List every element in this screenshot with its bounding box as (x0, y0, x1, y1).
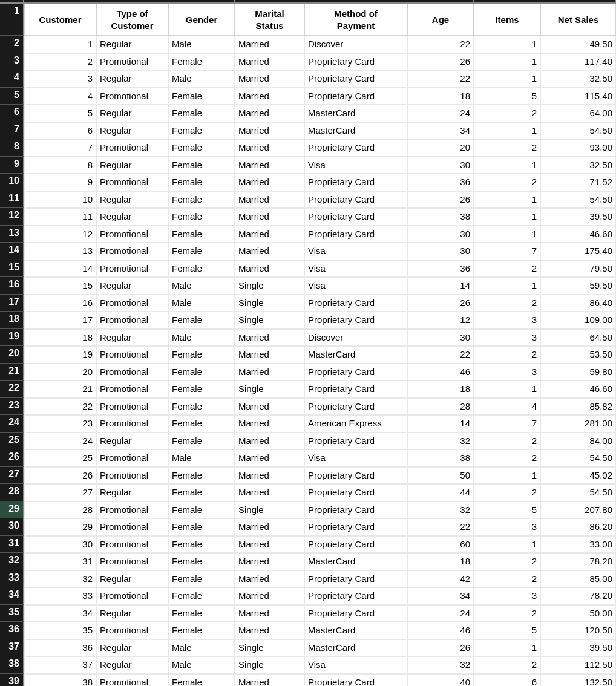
cell-gender[interactable]: Female (168, 518, 235, 536)
table-header[interactable]: Method of Payment (304, 4, 407, 36)
cell-age[interactable]: 38 (407, 449, 474, 467)
cell-marital[interactable]: Single (235, 277, 304, 295)
row-header[interactable]: 9 (0, 157, 24, 174)
cell-customer[interactable]: 12 (24, 226, 96, 243)
table-header[interactable]: Gender (168, 4, 235, 36)
cell-gender[interactable]: Female (168, 381, 235, 398)
row-header[interactable]: 7 (0, 122, 24, 140)
cell-payment[interactable]: Proprietary Card (304, 53, 407, 71)
cell-items[interactable]: 1 (474, 53, 540, 71)
cell-age[interactable]: 28 (407, 398, 474, 416)
cell-payment[interactable]: Proprietary Card (304, 88, 407, 105)
cell-gender[interactable]: Male (168, 277, 235, 295)
cell-net-sales[interactable]: 281.00 (540, 415, 616, 433)
cell-marital[interactable]: Married (235, 70, 304, 88)
cell-age[interactable]: 38 (407, 208, 474, 226)
cell-payment[interactable]: Proprietary Card (304, 467, 407, 485)
cell-payment[interactable]: Proprietary Card (304, 139, 407, 157)
cell-net-sales[interactable]: 115.40 (540, 88, 616, 105)
cell-payment[interactable]: Visa (304, 260, 407, 278)
cell-marital[interactable]: Married (235, 122, 304, 140)
cell-gender[interactable]: Female (168, 122, 235, 140)
cell-payment[interactable]: Discover (304, 329, 407, 347)
cell-net-sales[interactable]: 78.20 (540, 553, 616, 570)
cell-payment[interactable]: Proprietary Card (304, 364, 407, 381)
cell-net-sales[interactable]: 175.40 (540, 243, 616, 260)
cell-customer[interactable]: 25 (24, 449, 96, 467)
row-header[interactable]: 6 (0, 105, 24, 122)
cell-gender[interactable]: Female (168, 467, 235, 485)
cell-customer[interactable]: 2 (24, 53, 96, 71)
cell-net-sales[interactable]: 54.50 (540, 484, 616, 501)
cell-customer[interactable]: 10 (24, 191, 96, 209)
cell-marital[interactable]: Married (235, 536, 304, 554)
table-header[interactable]: Age (407, 4, 474, 36)
cell-customer[interactable]: 1 (24, 36, 96, 53)
cell-customer[interactable]: 20 (24, 364, 96, 381)
cell-net-sales[interactable]: 85.82 (540, 398, 616, 416)
cell-type[interactable]: Regular (96, 157, 168, 174)
cell-type[interactable]: Promotional (96, 553, 168, 570)
cell-age[interactable]: 30 (407, 329, 474, 347)
cell-marital[interactable]: Married (235, 88, 304, 105)
cell-customer[interactable]: 15 (24, 277, 96, 295)
cell-payment[interactable]: Proprietary Card (304, 501, 407, 519)
cell-items[interactable]: 2 (474, 105, 540, 122)
cell-marital[interactable]: Married (235, 105, 304, 122)
cell-net-sales[interactable]: 78.20 (540, 587, 616, 605)
cell-payment[interactable]: Proprietary Card (304, 433, 407, 450)
cell-items[interactable]: 1 (474, 70, 540, 88)
cell-age[interactable]: 44 (407, 484, 474, 501)
cell-marital[interactable]: Married (235, 449, 304, 467)
row-header[interactable]: 22 (0, 381, 24, 398)
cell-age[interactable]: 14 (407, 415, 474, 433)
cell-gender[interactable]: Female (168, 553, 235, 570)
cell-payment[interactable]: Proprietary Card (304, 191, 407, 209)
cell-gender[interactable]: Female (168, 260, 235, 278)
cell-items[interactable]: 2 (474, 139, 540, 157)
cell-type[interactable]: Regular (96, 605, 168, 622)
cell-customer[interactable]: 23 (24, 415, 96, 433)
cell-age[interactable]: 24 (407, 605, 474, 622)
cell-payment[interactable]: Proprietary Card (304, 605, 407, 622)
cell-gender[interactable]: Male (168, 36, 235, 53)
cell-marital[interactable]: Single (235, 295, 304, 312)
cell-gender[interactable]: Male (168, 70, 235, 88)
cell-payment[interactable]: Proprietary Card (304, 587, 407, 605)
cell-items[interactable]: 1 (474, 467, 540, 485)
cell-type[interactable]: Regular (96, 329, 168, 347)
cell-net-sales[interactable]: 93.00 (540, 139, 616, 157)
cell-gender[interactable]: Female (168, 226, 235, 243)
cell-age[interactable]: 14 (407, 277, 474, 295)
cell-customer[interactable]: 17 (24, 312, 96, 329)
cell-marital[interactable]: Married (235, 570, 304, 588)
cell-net-sales[interactable]: 132.50 (540, 674, 616, 687)
cell-age[interactable]: 24 (407, 105, 474, 122)
cell-age[interactable]: 22 (407, 518, 474, 536)
cell-type[interactable]: Regular (96, 433, 168, 450)
cell-net-sales[interactable]: 32.50 (540, 70, 616, 88)
cell-net-sales[interactable]: 79.50 (540, 260, 616, 278)
cell-marital[interactable]: Single (235, 501, 304, 519)
row-header[interactable]: 16 (0, 277, 24, 295)
cell-type[interactable]: Regular (96, 656, 168, 674)
cell-items[interactable]: 5 (474, 501, 540, 519)
cell-marital[interactable]: Married (235, 157, 304, 174)
cell-age[interactable]: 40 (407, 674, 474, 687)
cell-age[interactable]: 50 (407, 467, 474, 485)
table-header[interactable]: Customer (24, 4, 96, 36)
cell-marital[interactable]: Single (235, 312, 304, 329)
cell-net-sales[interactable]: 85.00 (540, 570, 616, 588)
cell-gender[interactable]: Female (168, 484, 235, 501)
cell-payment[interactable]: Proprietary Card (304, 570, 407, 588)
cell-items[interactable]: 1 (474, 191, 540, 209)
cell-type[interactable]: Regular (96, 208, 168, 226)
row-header[interactable]: 20 (0, 346, 24, 364)
cell-payment[interactable]: MasterCard (304, 553, 407, 570)
row-header[interactable]: 27 (0, 467, 24, 485)
table-header[interactable]: Marital Status (235, 4, 304, 36)
cell-net-sales[interactable]: 54.50 (540, 449, 616, 467)
row-header[interactable]: 8 (0, 139, 24, 157)
cell-payment[interactable]: Visa (304, 277, 407, 295)
cell-items[interactable]: 1 (474, 36, 540, 53)
